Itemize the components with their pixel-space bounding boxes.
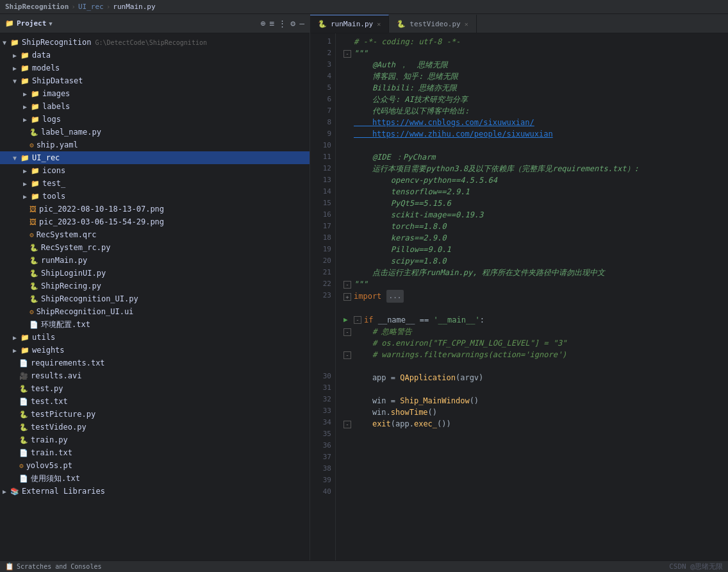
tree-item-tools[interactable]: ▶ 📁 tools bbox=[0, 190, 310, 203]
tree-item-labels[interactable]: ▶ 📁 labels bbox=[0, 100, 310, 113]
sync-icon[interactable]: ⊕ bbox=[261, 19, 266, 28]
code-line-7: 代码地址见以下博客中给出: bbox=[343, 105, 728, 117]
settings-icon[interactable]: ⚙ bbox=[290, 19, 295, 28]
code-line-29 bbox=[343, 303, 728, 314]
code-line-22: - """ bbox=[343, 278, 728, 290]
folder-icon: 📁 bbox=[5, 19, 14, 28]
code-line-35: app = QApplication (argv) bbox=[343, 372, 728, 383]
main-layout: 📁 Project ▼ ⊕ ≡ ⋮ ⚙ — ▼ 📁 ShipRecognitio… bbox=[0, 14, 728, 560]
collapse-icon[interactable]: ≡ bbox=[270, 19, 275, 28]
code-line-31: - # 忽略警告 bbox=[343, 326, 728, 337]
code-line-20: scipy==1.8.0 bbox=[343, 255, 728, 267]
code-line-38: win. showTime () bbox=[343, 407, 728, 418]
tree-item-testvideo[interactable]: 🐍 testVideo.py bbox=[0, 421, 310, 433]
tree-item-external-libs[interactable]: ▶ 📚 External Libraries bbox=[0, 485, 310, 498]
run-gutter-30[interactable]: ▶ bbox=[343, 314, 354, 326]
tree-item-recsystem-rc[interactable]: 🐍 RecSystem_rc.py bbox=[0, 241, 310, 254]
file-tree: ▼ 📁 ShipRecognition G:\DetectCode\ShipRe… bbox=[0, 33, 310, 560]
code-line-6: 公众号: AI技术研究与分享 bbox=[343, 94, 728, 105]
ui-rec-crumb[interactable]: UI_rec bbox=[78, 3, 104, 11]
code-line-15: PyQt5==5.15.6 bbox=[343, 198, 728, 209]
dropdown-arrow[interactable]: ▼ bbox=[49, 21, 52, 27]
tree-item-usage[interactable]: 📄 使用须知.txt bbox=[0, 472, 310, 485]
tab-runmain[interactable]: 🐍 runMain.py ✕ bbox=[310, 15, 389, 33]
tree-item-logs[interactable]: ▶ 📁 logs bbox=[0, 113, 310, 126]
tree-item-recsystem-qrc[interactable]: ⚙ RecSystem.qrc bbox=[0, 228, 310, 241]
tree-item-images[interactable]: ▶ 📁 images bbox=[0, 87, 310, 100]
code-line-3: @Auth ， 思绪无限 bbox=[343, 59, 728, 71]
tree-item-test-py[interactable]: 🐍 test.py bbox=[0, 382, 310, 395]
tab-testvideo-close[interactable]: ✕ bbox=[465, 21, 468, 28]
sidebar: 📁 Project ▼ ⊕ ≡ ⋮ ⚙ — ▼ 📁 ShipRecognitio… bbox=[0, 14, 310, 560]
sep2: › bbox=[106, 3, 111, 11]
code-area: 12345 678910 1112131415 1617181920 21222… bbox=[310, 33, 728, 560]
gutter-2: - bbox=[343, 47, 354, 59]
tree-item-models[interactable]: ▶ 📁 models bbox=[0, 62, 310, 74]
code-content[interactable]: # -*- coding: utf-8 -*- - """ @Auth ， 思绪… bbox=[336, 33, 728, 560]
code-line-23: + import ... bbox=[343, 290, 728, 303]
file-crumb: runMain.py bbox=[113, 3, 155, 11]
tree-item-testpicture[interactable]: 🐍 testPicture.py bbox=[0, 408, 310, 421]
code-line-16: scikit-image==0.19.3 bbox=[343, 209, 728, 221]
code-line-33: - # warnings.filterwarnings(action='igno… bbox=[343, 349, 728, 360]
code-line-32: # os.environ["TF_CPP_MIN_LOG_LEVEL"] = "… bbox=[343, 337, 728, 349]
code-line-40 bbox=[343, 430, 728, 441]
sidebar-actions: ⊕ ≡ ⋮ ⚙ — bbox=[261, 19, 304, 28]
tree-item-shiprecognition-ui-ui[interactable]: ⚙ ShipRecognition_UI.ui bbox=[0, 305, 310, 318]
tree-item-utils[interactable]: ▶ 📁 utils bbox=[0, 331, 310, 344]
tree-item-ui-rec[interactable]: ▼ 📁 UI_rec bbox=[0, 151, 310, 164]
line-numbers: 12345 678910 1112131415 1617181920 21222… bbox=[310, 33, 336, 560]
code-line-14: tensorflow==2.9.1 bbox=[343, 186, 728, 198]
tree-item-pic2[interactable]: 🖼 pic_2023-03-06-15-54-29.png bbox=[0, 215, 310, 228]
editor: 🐍 runMain.py ✕ 🐍 testVideo.py ✕ 12345 67… bbox=[310, 14, 728, 560]
code-line-2: - """ bbox=[343, 47, 728, 59]
tree-item-weights[interactable]: ▶ 📁 weights bbox=[0, 344, 310, 357]
tree-item-test-txt[interactable]: 📄 test.txt bbox=[0, 395, 310, 408]
scratches-text: Scratches and Consoles bbox=[17, 563, 101, 570]
code-line-13: opencv-python==4.5.5.64 bbox=[343, 174, 728, 186]
sidebar-title: 📁 Project ▼ bbox=[5, 19, 53, 28]
tree-item-train-txt[interactable]: 📄 train.txt bbox=[0, 446, 310, 459]
code-line-18: keras==2.9.0 bbox=[343, 232, 728, 244]
tree-item-requirements[interactable]: 📄 requirements.txt bbox=[0, 357, 310, 369]
root-name: ShipRecognition bbox=[22, 38, 91, 47]
title-bar: ShipRecognition › UI_rec › runMain.py bbox=[0, 0, 728, 14]
tree-item-ship-yaml[interactable]: ⚙ ship.yaml bbox=[0, 139, 310, 151]
tree-item-label-name[interactable]: 🐍 label_name.py bbox=[0, 126, 310, 139]
tree-root[interactable]: ▼ 📁 ShipRecognition G:\DetectCode\ShipRe… bbox=[0, 36, 310, 49]
tree-item-icons[interactable]: ▶ 📁 icons bbox=[0, 164, 310, 177]
status-bar: 📋 Scratches and Consoles CSDN @思绪无限 bbox=[0, 560, 728, 572]
code-line-37: win = Ship_MainWindow () bbox=[343, 395, 728, 407]
tree-item-shiploginui[interactable]: 🐍 ShipLoginUI.py bbox=[0, 267, 310, 280]
project-name: ShipRecognition bbox=[5, 3, 69, 11]
scratches-label[interactable]: 📋 Scratches and Consoles bbox=[5, 562, 101, 571]
code-line-5: Bilibili: 思绪亦无限 bbox=[343, 82, 728, 94]
tree-item-yolov5s[interactable]: ⚙ yolov5s.pt bbox=[0, 459, 310, 472]
sep1: › bbox=[71, 3, 76, 11]
code-line-12: 运行本项目需要python3.8及以下依赖库（完整库见requirements.… bbox=[343, 163, 728, 174]
code-line-10 bbox=[343, 140, 728, 151]
tree-item-runmain[interactable]: 🐍 runMain.py bbox=[0, 254, 310, 267]
tree-item-env-config[interactable]: 📄 环境配置.txt bbox=[0, 318, 310, 331]
tree-item-shiprecing[interactable]: 🐍 ShipRecing.py bbox=[0, 280, 310, 292]
code-line-39: - exit (app. exec_ ()) bbox=[343, 418, 728, 430]
tab-testvideo[interactable]: 🐍 testVideo.py ✕ bbox=[389, 15, 477, 33]
scratches-icon: 📋 bbox=[5, 562, 14, 571]
code-line-19: Pillow==9.0.1 bbox=[343, 244, 728, 255]
minimize-icon[interactable]: — bbox=[299, 19, 304, 28]
tree-item-test-[interactable]: ▶ 📁 test_ bbox=[0, 177, 310, 190]
tree-item-train-py[interactable]: 🐍 train.py bbox=[0, 433, 310, 446]
tree-item-shiprecognition-ui-py[interactable]: 🐍 ShipRecognition_UI.py bbox=[0, 292, 310, 305]
tabs-bar: 🐍 runMain.py ✕ 🐍 testVideo.py ✕ bbox=[310, 14, 728, 33]
project-label: Project bbox=[17, 19, 46, 28]
tree-item-shipdataset[interactable]: ▼ 📁 ShipDataset bbox=[0, 74, 310, 87]
code-line-11: @IDE ：PyCharm bbox=[343, 151, 728, 163]
more-icon[interactable]: ⋮ bbox=[278, 19, 286, 28]
code-line-30: ▶ - if __name__ == '__main__' : bbox=[343, 314, 728, 326]
tab-runmain-close[interactable]: ✕ bbox=[377, 21, 381, 28]
code-line-8: https://www.cnblogs.com/sixuwuxian/ bbox=[343, 117, 728, 128]
tree-item-data[interactable]: ▶ 📁 data bbox=[0, 49, 310, 62]
watermark: CSDN @思绪无限 bbox=[669, 562, 723, 571]
tree-item-pic1[interactable]: 🖼 pic_2022-08-10-18-13-07.png bbox=[0, 203, 310, 215]
tree-item-results-avi[interactable]: 🎥 results.avi bbox=[0, 369, 310, 382]
